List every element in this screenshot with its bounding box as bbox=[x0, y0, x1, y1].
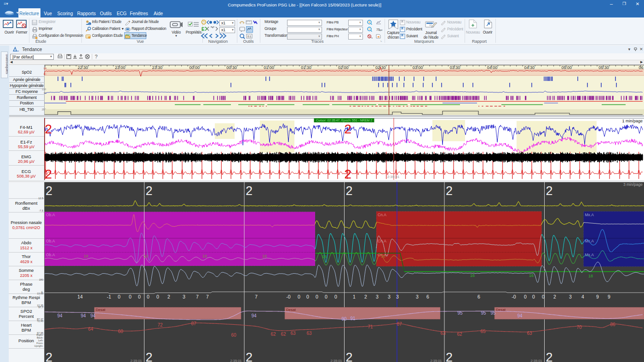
svg-text:94: 94 bbox=[517, 313, 523, 318]
svg-text:18: 18 bbox=[262, 254, 267, 259]
svg-text:0: 0 bbox=[118, 294, 121, 299]
svg-text:63: 63 bbox=[440, 331, 446, 336]
svg-text:7: 7 bbox=[255, 294, 258, 299]
svg-text:2: 2 bbox=[146, 351, 153, 362]
svg-text:9: 9 bbox=[608, 294, 610, 299]
svg-text:2: 2 bbox=[546, 184, 553, 198]
svg-text:18: 18 bbox=[144, 254, 148, 259]
svg-text:87: 87 bbox=[191, 321, 196, 326]
svg-text:6: 6 bbox=[477, 294, 480, 299]
svg-text:0: 0 bbox=[325, 294, 328, 299]
svg-text:2: 2 bbox=[346, 351, 353, 362]
svg-text:18: 18 bbox=[381, 254, 385, 259]
svg-text:0: 0 bbox=[316, 294, 318, 299]
svg-text:7: 7 bbox=[196, 294, 199, 299]
svg-text:3: 3 bbox=[376, 294, 379, 299]
svg-text:7: 7 bbox=[206, 294, 209, 299]
svg-text:2: 2 bbox=[553, 294, 556, 299]
svg-text:18: 18 bbox=[322, 254, 327, 259]
svg-text:16: 16 bbox=[529, 273, 534, 278]
svg-text:94: 94 bbox=[57, 313, 63, 318]
svg-text:0: 0 bbox=[156, 294, 159, 299]
svg-text:-0: -0 bbox=[512, 294, 516, 299]
svg-text:2:35:01: 2:35:01 bbox=[330, 359, 342, 362]
svg-text:Mx.A: Mx.A bbox=[585, 213, 594, 217]
svg-text:0: 0 bbox=[138, 294, 141, 299]
svg-text:71: 71 bbox=[368, 324, 373, 329]
svg-text:0: 0 bbox=[532, 294, 535, 299]
svg-text:4: 4 bbox=[581, 294, 584, 299]
svg-text:91: 91 bbox=[350, 316, 356, 321]
svg-text:95: 95 bbox=[457, 310, 463, 316]
svg-text:0: 0 bbox=[129, 294, 132, 299]
svg-text:2: 2 bbox=[246, 351, 253, 362]
svg-text:0: 0 bbox=[298, 294, 300, 299]
svg-text:64: 64 bbox=[88, 327, 93, 332]
svg-text:2: 2 bbox=[346, 184, 353, 198]
svg-text:0: 0 bbox=[147, 294, 150, 299]
svg-text:62: 62 bbox=[270, 332, 276, 337]
svg-text:2:35:01: 2:35:01 bbox=[130, 359, 142, 362]
svg-text:90: 90 bbox=[341, 316, 347, 322]
svg-text:2: 2 bbox=[446, 351, 453, 362]
svg-text:3: 3 bbox=[416, 294, 419, 299]
svg-text:-0: -0 bbox=[286, 294, 290, 299]
svg-text:Cn.A: Cn.A bbox=[378, 213, 386, 217]
svg-text:0: 0 bbox=[542, 294, 545, 299]
svg-text:62: 62 bbox=[457, 332, 462, 337]
svg-text:16: 16 bbox=[470, 273, 475, 278]
svg-text:2: 2 bbox=[446, 184, 453, 198]
svg-text:18: 18 bbox=[202, 254, 207, 259]
svg-text:-1: -1 bbox=[107, 294, 111, 299]
svg-text:94: 94 bbox=[251, 313, 257, 318]
svg-text:Desat: Desat bbox=[96, 308, 106, 312]
svg-text:3: 3 bbox=[396, 294, 399, 299]
svg-text:2: 2 bbox=[46, 184, 52, 198]
svg-text:6: 6 bbox=[426, 294, 429, 299]
svg-text:62: 62 bbox=[281, 332, 286, 337]
svg-text:3 min/page: 3 min/page bbox=[623, 182, 643, 187]
svg-text:2: 2 bbox=[46, 351, 52, 362]
svg-text:95: 95 bbox=[490, 310, 496, 316]
svg-text:3: 3 bbox=[388, 294, 391, 299]
svg-text:Ob.A: Ob.A bbox=[46, 253, 55, 257]
svg-text:70: 70 bbox=[576, 325, 582, 330]
svg-text:Mx.A: Mx.A bbox=[585, 253, 594, 257]
svg-text:0: 0 bbox=[334, 294, 337, 299]
svg-text:18: 18 bbox=[84, 254, 88, 259]
svg-text:2:35:01: 2:35:01 bbox=[230, 359, 242, 362]
svg-text:3: 3 bbox=[569, 294, 572, 299]
svg-text:63: 63 bbox=[527, 331, 532, 336]
svg-text:Ob.A: Ob.A bbox=[46, 239, 55, 243]
svg-text:60: 60 bbox=[231, 333, 236, 338]
svg-text:18: 18 bbox=[588, 274, 593, 278]
svg-text:2: 2 bbox=[146, 184, 153, 198]
svg-text:2: 2 bbox=[167, 294, 170, 299]
svg-text:3: 3 bbox=[183, 294, 185, 299]
svg-text:Desat: Desat bbox=[286, 308, 296, 312]
svg-text:63: 63 bbox=[290, 331, 296, 336]
svg-text:94: 94 bbox=[80, 313, 86, 318]
svg-text:95: 95 bbox=[481, 310, 486, 316]
svg-text:86: 86 bbox=[610, 322, 615, 327]
svg-text:2: 2 bbox=[246, 184, 253, 198]
svg-text:65: 65 bbox=[480, 329, 486, 334]
svg-text:2:35:01: 2:35:01 bbox=[530, 359, 542, 362]
svg-text:2: 2 bbox=[364, 294, 367, 299]
svg-text:0: 0 bbox=[306, 294, 309, 299]
svg-text:94: 94 bbox=[90, 313, 96, 318]
svg-text:72: 72 bbox=[157, 322, 163, 328]
svg-text:Ob.A: Ob.A bbox=[46, 213, 55, 217]
svg-text:60: 60 bbox=[118, 329, 123, 334]
svg-text:14: 14 bbox=[77, 294, 83, 299]
svg-text:1: 1 bbox=[353, 294, 356, 299]
svg-text:87: 87 bbox=[397, 322, 402, 327]
svg-text:63: 63 bbox=[306, 331, 312, 336]
svg-text:2:35:01: 2:35:01 bbox=[430, 359, 442, 362]
svg-text:0: 0 bbox=[524, 294, 527, 299]
svg-text:2: 2 bbox=[546, 351, 553, 362]
svg-text:9: 9 bbox=[596, 294, 599, 299]
